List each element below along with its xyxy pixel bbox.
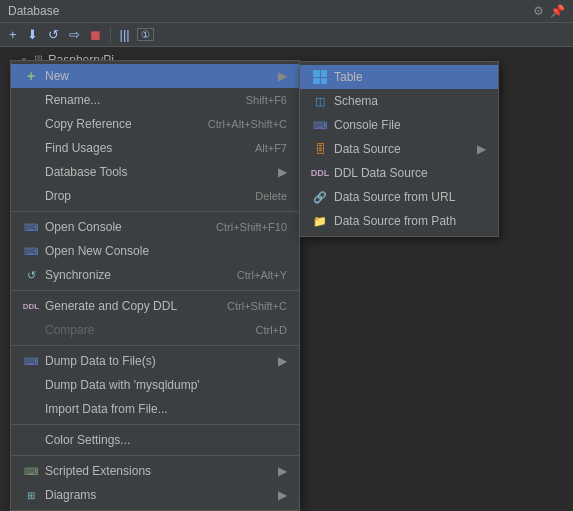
context-menu-overlay: + New ▶ Table ◫	[10, 60, 300, 511]
pin-icon[interactable]: 📌	[550, 4, 565, 18]
menu-item-color-settings[interactable]: Color Settings...	[11, 428, 299, 452]
tool-window-header: Database ⚙ 📌	[0, 0, 573, 23]
separator-2	[11, 290, 299, 291]
drop-label: Drop	[45, 189, 235, 203]
scripted-arrow: ▶	[278, 464, 287, 478]
submenu-new: Table ◫ Schema ⌨ Console File 🗄 Data Sou…	[299, 61, 499, 237]
open-console-icon: ⌨	[23, 219, 39, 235]
db-tools-arrow: ▶	[278, 165, 287, 179]
path-icon: 📁	[312, 213, 328, 229]
open-console-label: Open Console	[45, 220, 196, 234]
separator-1	[110, 27, 111, 43]
stop-button[interactable]: ◼	[87, 26, 104, 43]
menu-item-db-tools[interactable]: Database Tools ▶	[11, 160, 299, 184]
transfer-button[interactable]: ⇨	[66, 26, 83, 43]
ddl-label: DDL Data Source	[334, 166, 486, 180]
table-icon	[312, 69, 328, 85]
gen-ddl-icon: DDL	[23, 298, 39, 314]
submenu-schema[interactable]: ◫ Schema	[300, 89, 498, 113]
submenu-data-source-url[interactable]: 🔗 Data Source from URL	[300, 185, 498, 209]
menu-item-new[interactable]: + New ▶ Table ◫	[11, 64, 299, 88]
open-new-console-icon: ⌨	[23, 243, 39, 259]
db-tools-icon	[23, 164, 39, 180]
import-label: Import Data from File...	[45, 402, 287, 416]
compare-icon	[23, 322, 39, 338]
console-file-label: Console File	[334, 118, 486, 132]
menu-item-diagrams[interactable]: ⊞ Diagrams ▶	[11, 483, 299, 507]
menu-item-synchronize[interactable]: ↺ Synchronize Ctrl+Alt+Y	[11, 263, 299, 287]
menu-item-drop[interactable]: Drop Delete	[11, 184, 299, 208]
menu-item-gen-ddl[interactable]: DDL Generate and Copy DDL Ctrl+Shift+C	[11, 294, 299, 318]
schema-label: Schema	[334, 94, 486, 108]
refresh-button[interactable]: ↺	[45, 26, 62, 43]
context-menu: + New ▶ Table ◫	[10, 60, 300, 511]
add-button[interactable]: +	[6, 26, 20, 43]
menu-item-scripted-ext[interactable]: ⌨ Scripted Extensions ▶	[11, 459, 299, 483]
import-icon	[23, 401, 39, 417]
gen-ddl-label: Generate and Copy DDL	[45, 299, 207, 313]
menu-item-rename[interactable]: Rename... Shift+F6	[11, 88, 299, 112]
window-title: Database	[8, 4, 59, 18]
dump-mysql-icon	[23, 377, 39, 393]
sync-shortcut: Ctrl+Alt+Y	[237, 269, 287, 281]
menu-item-open-new-console[interactable]: ⌨ Open New Console	[11, 239, 299, 263]
new-icon: +	[23, 68, 39, 84]
copy-ref-shortcut: Ctrl+Alt+Shift+C	[208, 118, 287, 130]
schema-icon: ◫	[312, 93, 328, 109]
menu-item-dump-mysqldump[interactable]: Dump Data with 'mysqldump'	[11, 373, 299, 397]
diagrams-arrow: ▶	[278, 488, 287, 502]
new-label: New	[45, 69, 270, 83]
find-icon	[23, 140, 39, 156]
copy-ref-icon	[23, 116, 39, 132]
find-label: Find Usages	[45, 141, 235, 155]
download-button[interactable]: ⬇	[24, 26, 41, 43]
gen-ddl-shortcut: Ctrl+Shift+C	[227, 300, 287, 312]
separator-5	[11, 455, 299, 456]
url-label: Data Source from URL	[334, 190, 486, 204]
path-label: Data Source from Path	[334, 214, 486, 228]
dump-files-arrow: ▶	[278, 354, 287, 368]
data-source-icon: 🗄	[312, 141, 328, 157]
diagram-icon: ⊞	[23, 487, 39, 503]
menu-item-find-usages[interactable]: Find Usages Alt+F7	[11, 136, 299, 160]
sync-label: Synchronize	[45, 268, 217, 282]
menu-item-import[interactable]: Import Data from File...	[11, 397, 299, 421]
color-label: Color Settings...	[45, 433, 287, 447]
rename-shortcut: Shift+F6	[246, 94, 287, 106]
data-source-label: Data Source	[334, 142, 469, 156]
scripted-ext-label: Scripted Extensions	[45, 464, 270, 478]
submenu-data-source[interactable]: 🗄 Data Source ▶	[300, 137, 498, 161]
number-button[interactable]: ①	[137, 28, 154, 41]
layout-button[interactable]: |||	[117, 26, 133, 43]
submenu-data-source-path[interactable]: 📁 Data Source from Path	[300, 209, 498, 233]
submenu-console-file[interactable]: ⌨ Console File	[300, 113, 498, 137]
dump-mysql-label: Dump Data with 'mysqldump'	[45, 378, 287, 392]
console-file-icon: ⌨	[312, 117, 328, 133]
drop-icon	[23, 188, 39, 204]
color-icon	[23, 432, 39, 448]
ds-arrow: ▶	[477, 142, 486, 156]
header-icons: ⚙ 📌	[533, 4, 565, 18]
diagrams-label: Diagrams	[45, 488, 270, 502]
dump-icon: ⌨	[23, 353, 39, 369]
open-console-shortcut: Ctrl+Shift+F10	[216, 221, 287, 233]
dump-files-label: Dump Data to File(s)	[45, 354, 270, 368]
compare-shortcut: Ctrl+D	[256, 324, 287, 336]
separator-1	[11, 211, 299, 212]
submenu-ddl-data-source[interactable]: DDL DDL Data Source	[300, 161, 498, 185]
submenu-table[interactable]: Table	[300, 65, 498, 89]
submenu-arrow: ▶	[278, 69, 287, 83]
table-label: Table	[334, 70, 486, 84]
compare-label: Compare	[45, 323, 236, 337]
menu-item-open-console[interactable]: ⌨ Open Console Ctrl+Shift+F10	[11, 215, 299, 239]
script-icon: ⌨	[23, 463, 39, 479]
separator-3	[11, 345, 299, 346]
menu-item-copy-ref[interactable]: Copy Reference Ctrl+Alt+Shift+C	[11, 112, 299, 136]
settings-icon[interactable]: ⚙	[533, 4, 544, 18]
copy-ref-label: Copy Reference	[45, 117, 188, 131]
sync-icon: ↺	[23, 267, 39, 283]
find-shortcut: Alt+F7	[255, 142, 287, 154]
menu-item-dump-files[interactable]: ⌨ Dump Data to File(s) ▶	[11, 349, 299, 373]
rename-icon	[23, 92, 39, 108]
drop-shortcut: Delete	[255, 190, 287, 202]
